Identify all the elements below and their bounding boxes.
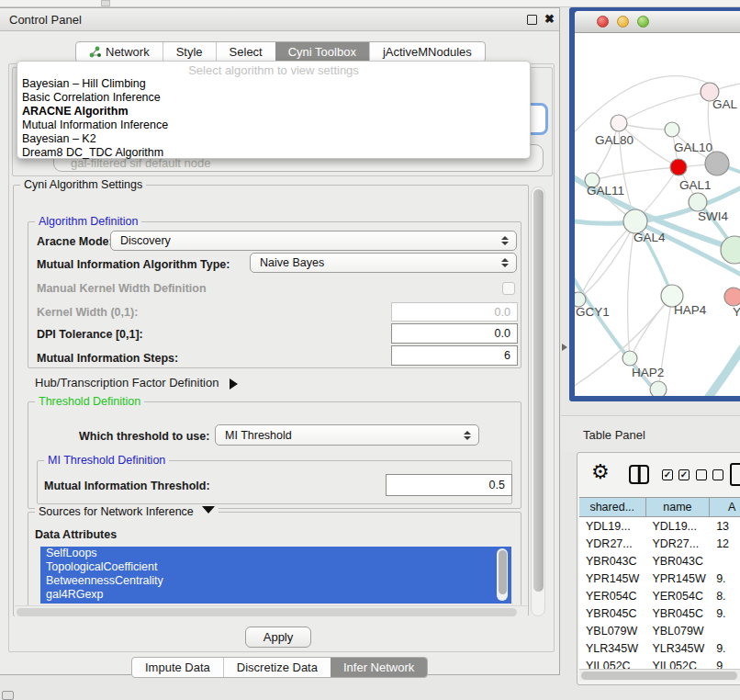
column-header-3[interactable]: A [710,498,740,516]
network-node[interactable] [650,381,667,396]
table-row[interactable]: YBR045CYBR045C9. [579,604,740,622]
dropdown-item[interactable]: ARACNE Algorithm [17,105,530,119]
node-label: GAL10 [674,141,712,154]
table-row[interactable]: YLR345WYLR345W9. [579,639,740,657]
gear-icon[interactable]: ⚙ [591,460,610,484]
minimize-window-button[interactable] [617,16,629,28]
column-header-2[interactable]: name [646,498,711,516]
tab-label: Style [176,45,203,59]
tab-jactivemnodules[interactable]: jActiveMNodules [369,42,485,62]
tab-infer-network[interactable]: Infer Network [331,658,427,677]
mi-steps-field[interactable]: 6 [391,345,518,366]
network-node[interactable] [611,115,627,131]
dropdown-item[interactable]: Bayesian – K2 [17,132,530,146]
table-cell: YBR045C [645,604,710,622]
mi-threshold-field[interactable]: 0.5 [386,474,512,496]
table-cell: YDL19... [579,517,645,535]
network-window-titlebar[interactable] [575,11,740,33]
node-label: GAL [712,97,738,111]
column-header-1[interactable]: shared... [579,498,646,516]
table-row[interactable]: YER054CYER054C8. [579,587,740,604]
network-node[interactable] [622,351,637,366]
attribute-list-item[interactable]: SelfLoops [40,547,511,560]
close-panel-icon[interactable]: ✖ [544,12,555,26]
manual-kernel-checkbox[interactable] [502,282,515,295]
apply-button[interactable]: Apply [245,627,311,648]
settings-vertical-scrollbar[interactable] [531,186,545,616]
table-cell: 9. [710,570,740,587]
dropdown-item[interactable]: Bayesian – Hill Climbing [17,77,530,91]
split-columns-icon[interactable] [629,465,649,484]
node-label: HAP4 [674,303,707,317]
mi-steps-label: Mutual Information Steps: [37,352,178,365]
which-threshold-combobox[interactable]: MI Threshold [215,424,479,446]
table-row[interactable]: YBR043CYBR043C [579,552,740,570]
tab-network[interactable]: Network [76,42,163,62]
dropdown-item[interactable]: Mutual Information Inference [17,119,530,132]
mi-type-combobox[interactable]: Naive Bayes [250,253,517,273]
network-icon [89,46,101,58]
network-canvas[interactable]: GALGAL80GAL10GAL1GAL11SWI4GAL4GCY1HAP4YH… [575,33,740,396]
table-cell: YER054C [645,587,710,604]
checked-checkbox-icon[interactable]: ✓ [662,469,673,480]
table-row[interactable]: YDL19...YDL19...13 [579,517,740,535]
table-cell: YLR345W [645,639,710,657]
control-panel-titlebar: Control Panel ✖ [0,8,559,31]
aracne-mode-combobox[interactable]: Discovery [110,231,517,251]
collapsed-panel-icon[interactable] [2,691,14,700]
unchecked-checkbox-icon[interactable] [712,469,723,480]
attributes-list-scrollbar[interactable] [497,548,508,601]
close-window-button[interactable] [597,16,609,28]
table-row[interactable]: YBL079WYBL079W [579,622,740,639]
tab-impute-data[interactable]: Impute Data [132,658,223,677]
kernel-width-field[interactable]: 0.0 [391,302,518,322]
expander-right-arrow-icon [230,378,243,390]
node-label: SWI4 [698,209,728,223]
dropdown-items: Bayesian – Hill ClimbingBasic Correlatio… [17,77,530,160]
mi-threshold-label: Mutual Information Threshold: [44,480,210,492]
network-node[interactable] [665,122,679,137]
hub-definition-expander[interactable]: Hub/Transcription Factor Definition [35,376,243,390]
tab-label: Impute Data [145,660,210,674]
table-cell: 12 [710,535,740,552]
attribute-list-item[interactable]: BetweennessCentrality [40,574,511,588]
table-panel-title: Table Panel [583,428,645,442]
top-strip-tick [101,0,110,6]
dpi-tolerance-label: DPI Tolerance [0,1]: [37,328,143,341]
settings-horizontal-scrollbar[interactable] [15,605,528,617]
network-node[interactable] [721,236,740,264]
data-attributes-list[interactable]: SelfLoopsTopologicalCoefficientBetweenne… [40,547,511,604]
network-node[interactable] [670,159,687,175]
table-row[interactable]: YIL052CYIL052C9 [579,657,740,669]
float-panel-icon[interactable] [527,15,537,25]
network-node[interactable] [705,152,729,175]
tab-label: Infer Network [343,660,414,674]
tab-cyni-toolbox[interactable]: Cyni Toolbox [275,42,369,62]
attribute-list-item[interactable]: gal4RGexp [40,588,511,602]
zoom-window-button[interactable] [637,16,649,28]
tab-style[interactable]: Style [163,42,216,62]
data-attributes-label: Data Attributes [35,528,117,541]
unchecked-checkbox-icon[interactable] [696,469,707,480]
table-horizontal-scrollbar[interactable] [579,669,740,681]
tab-discretize-data[interactable]: Discretize Data [223,658,331,677]
sources-group-title[interactable]: Sources for Network Inference [35,505,219,520]
which-threshold-label: Which threshold to use: [79,430,209,443]
tab-label: Discretize Data [237,660,318,674]
network-node[interactable] [724,288,740,306]
table-cell: YDR27... [579,535,645,552]
table-cell: 9 [710,657,740,669]
network-node[interactable] [689,193,707,211]
table-row[interactable]: YPR145WYPR145W9. [579,570,740,587]
table-function-icon[interactable] [730,463,740,486]
table-cell: YBL079W [579,622,645,639]
table-row[interactable]: YDR27...YDR27...12 [579,535,740,552]
algorithm-dropdown-popup: Select algorithm to view settings Bayesi… [17,61,531,159]
dropdown-item[interactable]: Basic Correlation Inference [17,91,530,105]
tab-select[interactable]: Select [216,42,275,62]
dpi-tolerance-field[interactable]: 0.0 [391,323,518,344]
checked-checkbox-icon[interactable]: ✓ [678,469,690,480]
dropdown-item[interactable]: Dream8 DC_TDC Algorithm [17,146,530,160]
table-cell: YBL079W [645,622,710,639]
attribute-list-item[interactable]: TopologicalCoefficient [40,560,511,574]
